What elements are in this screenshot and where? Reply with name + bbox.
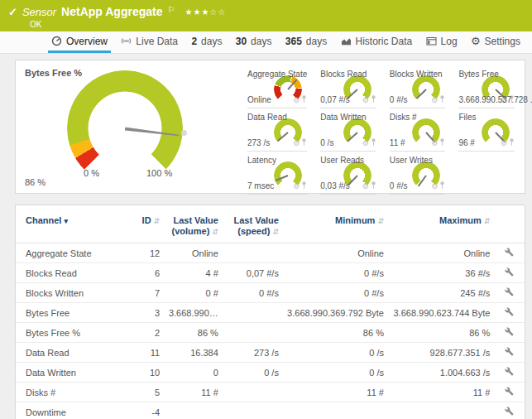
object-kind-label: Sensor — [22, 6, 56, 18]
channel-name[interactable]: Blocks Written — [16, 283, 132, 303]
channel-settings-wrench-icon[interactable] — [505, 347, 514, 356]
last-value-volume: Online — [163, 243, 222, 263]
tab-live-data[interactable]: Live Data — [117, 31, 181, 53]
gear-icon[interactable] — [362, 91, 369, 106]
status-badge: OK — [30, 20, 532, 29]
gauge-value: 0,07 #/s — [320, 95, 350, 104]
channel-name[interactable]: Disks # — [16, 383, 132, 402]
tab-historic-data[interactable]: Historic Data — [338, 31, 416, 53]
main-gauge-min-label: 0 % — [84, 168, 99, 178]
gear-icon[interactable] — [362, 177, 369, 192]
pin-icon[interactable] — [439, 94, 445, 104]
channel-row-data-written[interactable]: Data Written 10 0 0 /s 0 /s 1.004.663 /s — [16, 363, 525, 383]
channel-name[interactable]: Aggregate State — [16, 243, 132, 263]
gauge-card-user-reads: User Reads 0,03 #/s — [320, 152, 376, 195]
channel-name[interactable]: Bytes Free — [16, 303, 132, 323]
column-header-actions — [493, 209, 525, 243]
live-data-icon — [121, 36, 132, 46]
channel-row-bytes-free-pct[interactable]: Bytes Free % 2 86 % 86 % 86 % — [16, 323, 525, 343]
gauge-value: 3.668.990.537.728 … — [458, 95, 532, 104]
channel-row-data-read[interactable]: Data Read 11 16.384 273 /s 0 /s 928.677.… — [16, 343, 525, 363]
tab-label: Live Data — [136, 36, 178, 47]
tab-2-days[interactable]: 2 days — [188, 31, 225, 53]
channel-settings-wrench-icon[interactable] — [505, 407, 514, 416]
channel-name[interactable]: Data Read — [16, 343, 132, 363]
channel-name[interactable]: Bytes Free % — [16, 323, 132, 343]
tab-number: 365 — [285, 36, 302, 47]
column-header-last-value-volume[interactable]: Last Value(volume) — [163, 209, 222, 243]
column-header-minimum[interactable]: Minimum — [282, 209, 387, 243]
gauge-card-disks: Disks # 11 # — [390, 108, 446, 152]
tab-bar: Overview Live Data 2 days 30 days 365 da… — [0, 31, 532, 54]
gauge-card-bytes-free: Bytes Free 3.668.990.537.728 … — [458, 65, 515, 108]
main-gauge-value: 86 % — [25, 177, 46, 187]
column-header-last-value-speed[interactable]: Last Value(speed) — [222, 209, 282, 243]
channel-settings-wrench-icon[interactable] — [505, 387, 514, 396]
pin-icon[interactable] — [301, 94, 307, 104]
gauge-needle — [288, 79, 298, 89]
channel-settings-wrench-icon[interactable] — [505, 267, 514, 277]
pin-icon[interactable] — [509, 137, 515, 147]
pin-icon[interactable] — [301, 137, 307, 147]
last-value-speed — [222, 383, 282, 402]
gear-icon[interactable] — [362, 134, 369, 149]
column-header-maximum[interactable]: Maximum — [387, 209, 493, 243]
gear-icon[interactable] — [501, 134, 507, 149]
maximum-value: Online — [387, 243, 493, 263]
main-gauge-max-label: 100 % — [146, 168, 172, 178]
gauge-needle — [418, 175, 427, 186]
sensor-header: Sensor NetApp Aggregate ★★★☆☆ OK — [0, 0, 532, 31]
channel-row-aggregate-state[interactable]: Aggregate State 12 Online Online Online — [16, 243, 525, 263]
column-header-id[interactable]: ID — [132, 209, 163, 243]
channel-id: 10 — [132, 363, 163, 383]
gauge-label: Data Read — [247, 108, 307, 122]
last-value-volume: 86 % — [163, 323, 222, 343]
gear-icon[interactable] — [431, 177, 438, 192]
main-gauge-title: Bytes Free % — [25, 68, 82, 78]
pin-icon[interactable] — [371, 94, 376, 104]
channel-settings-wrench-icon[interactable] — [505, 327, 514, 336]
tab-number: 30 — [236, 36, 247, 47]
channel-row-disks[interactable]: Disks # 5 11 # 11 # 11 # — [16, 383, 525, 402]
pin-icon[interactable] — [371, 137, 376, 147]
gauge-value: 0 /s — [320, 138, 333, 147]
maximum-value: 928.677.351 /s — [387, 343, 493, 363]
channel-row-downtime[interactable]: Downtime -4 — [16, 402, 525, 419]
gear-icon[interactable] — [293, 91, 300, 106]
gear-icon[interactable] — [293, 134, 300, 149]
gear-icon[interactable] — [431, 134, 438, 149]
flag-icon[interactable] — [168, 5, 175, 14]
pin-icon[interactable] — [371, 181, 376, 190]
pin-icon[interactable] — [439, 181, 445, 190]
channel-settings-wrench-icon[interactable] — [505, 248, 514, 257]
channel-name[interactable]: Blocks Read — [16, 263, 132, 283]
tab-30-days[interactable]: 30 days — [232, 31, 276, 53]
last-value-speed — [222, 243, 282, 263]
main-gauge-card: Bytes Free % 0 % 100 % 86 % — [16, 60, 241, 193]
historic-data-icon — [341, 36, 352, 46]
pin-icon[interactable] — [439, 137, 445, 147]
column-header-channel[interactable]: Channel — [16, 209, 132, 243]
tab-log[interactable]: Log — [423, 31, 461, 53]
channel-id: 6 — [132, 263, 163, 283]
minimum-value — [282, 402, 387, 419]
channel-row-blocks-read[interactable]: Blocks Read 6 4 # 0,07 #/s 0 #/s 36 #/s — [16, 263, 525, 283]
minimum-value: 86 % — [282, 323, 387, 343]
gear-icon[interactable] — [431, 91, 438, 106]
gauge-value: 0 #/s — [390, 95, 408, 104]
tab-settings[interactable]: Settings — [467, 31, 524, 53]
channel-settings-wrench-icon[interactable] — [505, 367, 514, 376]
tab-365-days[interactable]: 365 days — [282, 31, 330, 53]
channel-settings-wrench-icon[interactable] — [505, 307, 514, 316]
channel-name[interactable]: Data Written — [16, 363, 132, 383]
status-ok-check-icon — [8, 4, 17, 19]
channel-settings-wrench-icon[interactable] — [505, 287, 514, 296]
tab-overview[interactable]: Overview — [48, 31, 111, 53]
priority-stars[interactable]: ★★★☆☆ — [185, 7, 226, 17]
channel-name[interactable]: Downtime — [16, 402, 132, 419]
channel-row-blocks-written[interactable]: Blocks Written 7 0 # 0 #/s 0 #/s 245 #/s — [16, 283, 525, 303]
gear-icon[interactable] — [293, 177, 300, 192]
gauge-value: 0,03 #/s — [320, 181, 350, 190]
pin-icon[interactable] — [301, 181, 307, 190]
channel-row-bytes-free[interactable]: Bytes Free 3 3.668.990… 3.668.990.369.79… — [16, 303, 525, 323]
